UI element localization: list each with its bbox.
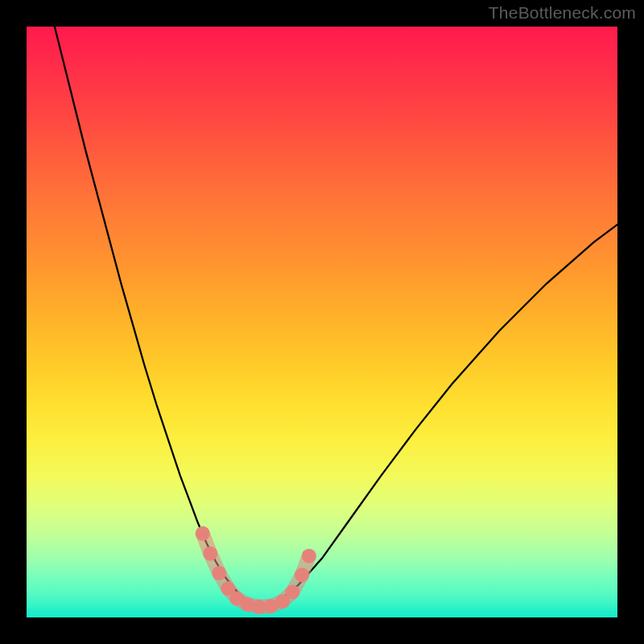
marker-dot (212, 566, 226, 580)
curve-markers (196, 526, 316, 614)
watermark-text: TheBottleneck.com (489, 3, 636, 23)
marker-dot (203, 547, 217, 561)
plot-area (27, 27, 617, 617)
chart-svg (27, 27, 617, 617)
marker-dot (295, 568, 309, 582)
marker-dot (285, 584, 299, 599)
chart-frame: TheBottleneck.com (0, 0, 644, 644)
bottleneck-curve (50, 27, 617, 605)
marker-dot (302, 549, 316, 564)
marker-dot (196, 526, 210, 541)
